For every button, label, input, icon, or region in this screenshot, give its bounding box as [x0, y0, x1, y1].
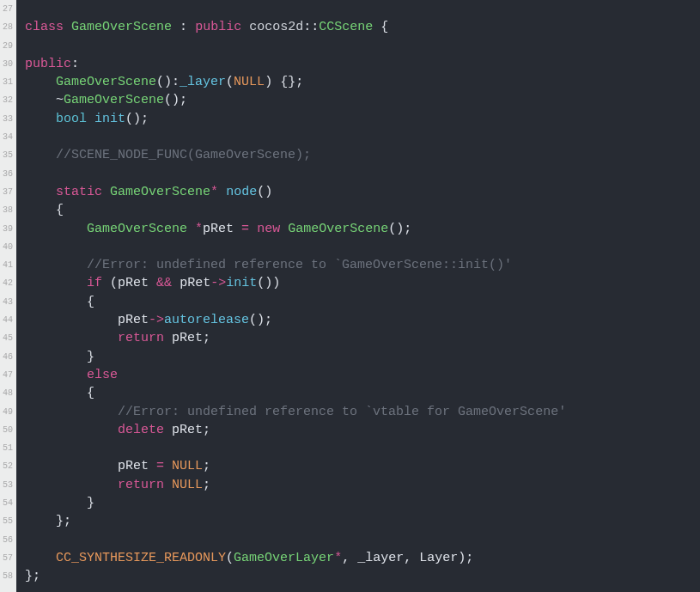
code-line[interactable]: //SCENE_NODE_FUNC(GameOverScene); [25, 146, 700, 164]
code-line[interactable]: CC_SYNTHESIZE_READONLY(GameOverLayer*, _… [25, 549, 700, 567]
line-number: 55 [3, 512, 13, 530]
code-token: else [87, 368, 118, 382]
code-line[interactable]: } [25, 348, 700, 366]
code-token: ~ [56, 93, 64, 107]
code-token: { [56, 203, 64, 217]
code-line[interactable]: GameOverScene():_layer(NULL) {}; [25, 73, 700, 91]
code-token [25, 75, 56, 89]
line-number: 29 [3, 37, 13, 55]
code-line[interactable]: class GameOverScene : public cocos2d::CC… [25, 18, 700, 36]
line-number: 31 [3, 73, 13, 91]
line-number: 54 [3, 494, 13, 512]
code-token: , [342, 551, 357, 565]
code-token: ); [458, 551, 473, 565]
code-line[interactable]: return pRet; [25, 329, 700, 347]
code-line[interactable]: return NULL; [25, 476, 700, 494]
code-line[interactable] [25, 165, 700, 183]
code-line[interactable]: if (pRet && pRet->init()) [25, 274, 700, 292]
code-token: , [404, 551, 419, 565]
code-token [102, 185, 110, 199]
code-token [25, 423, 118, 437]
code-line[interactable]: ~GameOverScene(); [25, 91, 700, 109]
code-token: NULL [172, 478, 203, 492]
code-line[interactable] [25, 238, 700, 256]
line-number: 44 [3, 311, 13, 329]
line-number: 57 [3, 549, 13, 567]
code-token: pRet [118, 276, 156, 290]
code-line[interactable]: else [25, 366, 700, 384]
code-token: pRet [118, 313, 149, 327]
code-token [172, 276, 180, 290]
code-line[interactable]: { [25, 384, 700, 402]
line-number: 56 [3, 531, 13, 549]
code-line[interactable]: } [25, 494, 700, 512]
code-token: ; [203, 331, 210, 345]
code-line[interactable]: { [25, 293, 700, 311]
code-token: ( [226, 75, 234, 89]
code-token: GameOverScene [288, 222, 388, 236]
code-token: return [118, 478, 164, 492]
line-number: 35 [3, 146, 13, 164]
code-token [25, 478, 118, 492]
code-line[interactable] [25, 37, 700, 55]
line-number: 50 [3, 421, 13, 439]
code-token: (); [249, 313, 272, 327]
line-number: 42 [3, 274, 13, 292]
code-token: }; [56, 514, 71, 528]
line-number: 48 [3, 384, 13, 402]
code-token [25, 551, 56, 565]
code-token: //SCENE_NODE_FUNC(GameOverScene); [56, 148, 311, 162]
code-line[interactable]: }; [25, 512, 700, 530]
code-token: GameOverScene [87, 222, 187, 236]
code-token [25, 331, 118, 345]
code-token: } [87, 350, 94, 364]
code-line[interactable]: pRet = NULL; [25, 457, 700, 475]
code-token [25, 112, 56, 126]
code-token [164, 478, 172, 492]
line-number: 58 [3, 567, 13, 585]
code-token [25, 514, 56, 528]
code-area[interactable]: class GameOverScene : public cocos2d::CC… [16, 0, 700, 592]
code-line[interactable] [25, 439, 700, 457]
code-token: public [25, 57, 71, 71]
code-token: pRet [203, 222, 241, 236]
code-token: CCScene [319, 20, 373, 34]
code-line[interactable]: //Error: undefined reference to `vtable … [25, 403, 700, 421]
code-token: ()) [257, 276, 280, 290]
code-token: autorelease [164, 313, 249, 327]
code-line[interactable]: pRet->autorelease(); [25, 311, 700, 329]
line-number: 38 [3, 201, 13, 219]
line-number: 53 [3, 476, 13, 494]
code-token [25, 350, 87, 364]
code-line[interactable]: bool init(); [25, 110, 700, 128]
code-token: Layer [419, 551, 458, 565]
code-line[interactable]: GameOverScene *pRet = new GameOverScene(… [25, 220, 700, 238]
code-line[interactable]: delete pRet; [25, 421, 700, 439]
line-number: 34 [3, 128, 13, 146]
code-token: if [87, 276, 102, 290]
code-token: new [257, 222, 280, 236]
line-number: 45 [3, 329, 13, 347]
code-line[interactable]: static GameOverScene* node() [25, 183, 700, 201]
code-line[interactable]: }; [25, 567, 700, 585]
code-token: : [71, 57, 79, 71]
code-line[interactable] [25, 128, 700, 146]
code-token: NULL [172, 459, 203, 473]
code-token [164, 459, 172, 473]
code-line[interactable] [25, 0, 700, 18]
code-line[interactable]: //Error: undefined reference to `GameOve… [25, 256, 700, 274]
code-token: ( [110, 276, 118, 290]
code-line[interactable] [25, 531, 700, 549]
code-token: && [156, 276, 172, 290]
code-token [249, 222, 257, 236]
code-token: = [156, 459, 164, 473]
code-token [373, 20, 380, 34]
code-editor[interactable]: 2728293031323334353637383940414243444546… [0, 0, 700, 592]
line-number: 43 [3, 293, 13, 311]
code-token: pRet [172, 423, 203, 437]
code-line[interactable]: { [25, 201, 700, 219]
code-line[interactable]: public: [25, 55, 700, 73]
code-token: GameOverScene [110, 185, 210, 199]
code-token [25, 313, 118, 327]
code-token [25, 203, 56, 217]
